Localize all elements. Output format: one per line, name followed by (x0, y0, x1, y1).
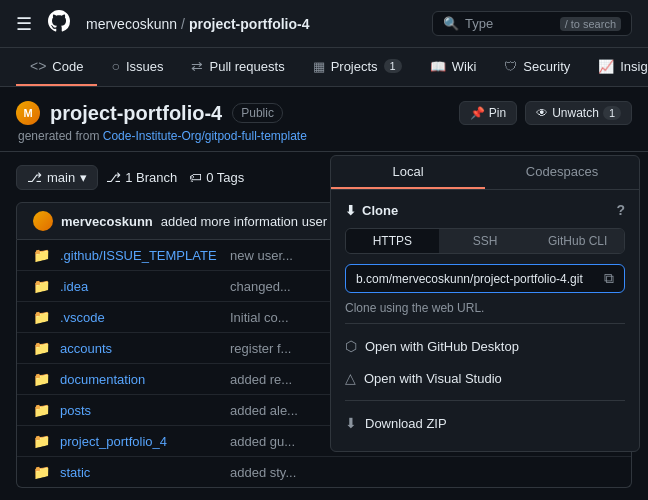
tab-pull-requests[interactable]: ⇄ Pull requests (177, 48, 298, 86)
global-search[interactable]: 🔍 Type / to search (432, 11, 632, 36)
file-name[interactable]: .idea (60, 279, 220, 294)
open-vs-label: Open with Visual Studio (364, 371, 502, 386)
tab-pr-icon: ⇄ (191, 58, 203, 74)
clone-section: ⬇ Clone ? HTTPS SSH GitHub CLI b.com/mer… (331, 190, 639, 451)
template-link[interactable]: Code-Institute-Org/gitpod-full-template (103, 129, 307, 143)
copy-icon[interactable]: ⧉ (604, 270, 614, 287)
pin-label: Pin (489, 106, 506, 120)
folder-icon: 📁 (33, 433, 50, 449)
download-zip-action[interactable]: ⬇ Download ZIP (345, 407, 625, 439)
chevron-down-icon: ▾ (80, 170, 87, 185)
security-icon: 🛡 (504, 59, 517, 74)
breadcrumb-user[interactable]: mervecoskunn (86, 16, 177, 32)
tab-security[interactable]: 🛡 Security (490, 49, 584, 86)
branch-selector[interactable]: ⎇ main ▾ (16, 165, 98, 190)
search-shortcut: / to search (560, 17, 621, 31)
tab-issues-label: Issues (126, 59, 164, 74)
divider2 (345, 400, 625, 401)
search-placeholder: Type (465, 16, 493, 31)
branch-count[interactable]: ⎇ 1 Branch (106, 170, 177, 185)
issues-tab-icon: ○ (111, 58, 119, 74)
folder-icon: 📁 (33, 247, 50, 263)
tab-insights[interactable]: 📈 Insights (584, 49, 648, 86)
clone-title: ⬇ Clone ? (345, 202, 625, 218)
folder-icon: 📁 (33, 309, 50, 325)
commit-user[interactable]: mervecoskunn (61, 214, 153, 229)
tag-icon: 🏷 (189, 170, 202, 185)
repo-tabs: <> Code ○ Issues ⇄ Pull requests ▦ Proje… (0, 48, 648, 87)
table-row[interactable]: 📁 static added sty... (17, 457, 631, 487)
desktop-icon: ⬡ (345, 338, 357, 354)
file-commit: added sty... (230, 465, 615, 480)
tab-wiki-label: Wiki (452, 59, 477, 74)
clone-tab-https[interactable]: HTTPS (346, 229, 439, 253)
wiki-icon: 📖 (430, 59, 446, 74)
breadcrumb: mervecoskunn / project-portfolio-4 (86, 16, 309, 32)
open-desktop-label: Open with GitHub Desktop (365, 339, 519, 354)
tab-wiki[interactable]: 📖 Wiki (416, 49, 491, 86)
clone-label: Clone (362, 203, 398, 218)
tab-pr-label: Pull requests (209, 59, 284, 74)
open-desktop-action[interactable]: ⬡ Open with GitHub Desktop (345, 330, 625, 362)
unwatch-button[interactable]: 👁 Unwatch 1 (525, 101, 632, 125)
open-vs-action[interactable]: △ Open with Visual Studio (345, 362, 625, 394)
breadcrumb-repo[interactable]: project-portfolio-4 (189, 16, 310, 32)
clone-url: b.com/mervecoskunn/project-portfolio-4.g… (356, 272, 598, 286)
vs-icon: △ (345, 370, 356, 386)
dropdown-tabs: Local Codespaces (331, 156, 639, 190)
eye-icon: 👁 (536, 106, 548, 120)
insights-icon: 📈 (598, 59, 614, 74)
github-logo (48, 10, 70, 38)
clone-tab-ssh[interactable]: SSH (439, 229, 532, 253)
clone-icon: ⬇ (345, 203, 356, 218)
file-name[interactable]: .vscode (60, 310, 220, 325)
folder-icon: 📁 (33, 464, 50, 480)
file-name[interactable]: accounts (60, 341, 220, 356)
repo-title: project-portfolio-4 (50, 102, 222, 125)
branch-name: main (47, 170, 75, 185)
divider (345, 323, 625, 324)
code-dropdown-panel: Local Codespaces ⬇ Clone ? HTTPS SSH Git… (330, 155, 640, 452)
file-name[interactable]: posts (60, 403, 220, 418)
code-tab-icon: <> (30, 58, 46, 74)
tab-issues[interactable]: ○ Issues (97, 48, 177, 86)
pin-button[interactable]: 📌 Pin (459, 101, 517, 125)
tab-projects-label: Projects (331, 59, 378, 74)
branch-count-icon: ⎇ (106, 170, 121, 185)
folder-icon: 📁 (33, 402, 50, 418)
branch-icon: ⎇ (27, 170, 42, 185)
clone-tab-cli[interactable]: GitHub CLI (531, 229, 624, 253)
dropdown-tab-local[interactable]: Local (331, 156, 485, 189)
tab-security-label: Security (523, 59, 570, 74)
clone-description: Clone using the web URL. (345, 301, 625, 315)
tab-code[interactable]: <> Code (16, 48, 97, 86)
download-zip-label: Download ZIP (365, 416, 447, 431)
file-name[interactable]: static (60, 465, 220, 480)
search-icon: 🔍 (443, 16, 459, 31)
file-name[interactable]: project_portfolio_4 (60, 434, 220, 449)
clone-tabs: HTTPS SSH GitHub CLI (345, 228, 625, 254)
hamburger-icon[interactable]: ☰ (16, 13, 32, 35)
unwatch-count: 1 (603, 106, 621, 120)
folder-icon: 📁 (33, 278, 50, 294)
file-meta: ⎇ 1 Branch 🏷 0 Tags (106, 170, 244, 185)
folder-icon: 📁 (33, 371, 50, 387)
projects-icon: ▦ (313, 59, 325, 74)
folder-icon: 📁 (33, 340, 50, 356)
file-name[interactable]: documentation (60, 372, 220, 387)
dropdown-tab-codespaces[interactable]: Codespaces (485, 156, 639, 189)
help-icon[interactable]: ? (616, 202, 625, 218)
tab-insights-label: Insights (620, 59, 648, 74)
zip-icon: ⬇ (345, 415, 357, 431)
breadcrumb-sep: / (181, 16, 185, 32)
tab-projects[interactable]: ▦ Projects 1 (299, 49, 416, 86)
commit-avatar (33, 211, 53, 231)
top-nav: ☰ mervecoskunn / project-portfolio-4 🔍 T… (0, 0, 648, 48)
tags-count[interactable]: 🏷 0 Tags (189, 170, 244, 185)
pin-icon: 📌 (470, 106, 485, 120)
repo-subtitle: generated from Code-Institute-Org/gitpod… (18, 129, 632, 143)
projects-badge: 1 (384, 59, 402, 73)
repo-header: M project-portfolio-4 Public 📌 Pin 👁 Unw… (0, 87, 648, 152)
file-name[interactable]: .github/ISSUE_TEMPLATE (60, 248, 220, 263)
visibility-badge: Public (232, 103, 283, 123)
